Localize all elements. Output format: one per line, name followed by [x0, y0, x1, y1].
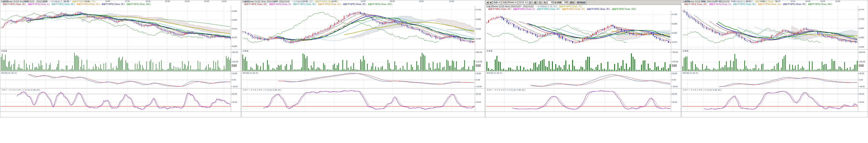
volume-label: 出来高: [682, 50, 689, 53]
macd-label: MACD( 12, 26, 9 ): [487, 72, 502, 74]
chart-toolbar: ◀ ▶ 先物 ▼ 日経225mini ▼ 11/12 ▼ 日 週 月 年 分 本…: [486, 0, 681, 5]
indicator-legend-item: 移動平均PX( Close, 150 ): [612, 8, 636, 10]
price-tick-label: 8,570: [672, 41, 677, 43]
price-tick-label: 8,530: [859, 46, 864, 48]
contract-month-select[interactable]: 11/12 ▼: [518, 1, 527, 4]
price-tick-label: 8,730: [476, 8, 481, 11]
preset-symbol-button[interactable]: 標準銘柄: [576, 1, 586, 4]
volume-tick-label: 300.00: [859, 51, 865, 53]
macd-tick-label: 0.00: [859, 79, 863, 81]
chart-canvas[interactable]: [486, 0, 681, 117]
indicator-legend-item: 移動平均PX( Close, 10 ): [758, 3, 781, 5]
category-select[interactable]: 先物 ▼: [493, 1, 501, 4]
volume-label: 出来高: [243, 50, 249, 53]
volume-tick-label: 750.00: [672, 51, 678, 53]
volume-scale-box[interactable]: C 500: [476, 64, 480, 67]
x-axis-label: 18:40: [146, 0, 150, 2]
chart-panel-60min-2: 日経225mini 11/12( 60分) 2011/11/07 - 2011/…: [681, 0, 868, 117]
stoch-tick-label: 40.00: [859, 101, 864, 103]
x-axis-label: 12:00: [43, 0, 48, 2]
price-tick-label: 8,680: [476, 18, 481, 20]
indicator-legend-item: 移動平均PX( Close, 75 ): [559, 5, 582, 8]
chart-panel-15min: 日経225mini 11/12( 15分) 2011/11/07 - 2011/…: [241, 0, 485, 117]
x-axis-label: 11/15: [222, 0, 226, 2]
stoch-tick-label: 40.00: [476, 101, 481, 103]
x-axis-label: 22:40: [205, 0, 209, 2]
x-axis-label: 11/15: [820, 0, 825, 2]
indicator-legend-item: 移動平均PX( Close, 40 ): [733, 3, 756, 5]
volume-tick-label: 375.00: [672, 61, 678, 63]
price-tick-label: 8,630: [476, 28, 481, 30]
indicator-legend-item: 移動平均PX( Close, 5 ): [28, 3, 50, 5]
volume-tick-label: 125.00: [232, 61, 238, 63]
x-axis-label: 11/10: [731, 0, 735, 2]
x-axis-label: 11/09: [701, 0, 706, 2]
chart-canvas[interactable]: [682, 0, 868, 117]
volume-scale-box[interactable]: C 500: [672, 64, 677, 67]
x-axis-label: 21:20: [185, 0, 190, 2]
period-week-button[interactable]: 週: [533, 1, 537, 4]
chart-title: 日経225mini 11/12( 15分) 2011/11/07 - 2011/…: [242, 0, 289, 3]
indicator-legend-item: 移動平均PX( Close, 20 ): [244, 3, 267, 5]
volume-tick-label: 250.00: [232, 51, 238, 53]
volume-tick-label: 250.00: [476, 51, 482, 53]
price-tick-label: 8,570: [232, 36, 237, 38]
stoch-tick-label: 80.00: [859, 93, 864, 95]
chart-canvas[interactable]: [0, 0, 241, 117]
x-axis-label: 11/14: [790, 0, 795, 2]
price-tick-label: 8,630: [672, 32, 677, 34]
macd-tick-label: 0.00: [672, 79, 676, 81]
stochastics-label: スロー・ストキャスティクス( 14, 3, 80, 20 ): [243, 89, 281, 91]
stochastics-label: スロー・ストキャスティクス( 14, 3, 80, 20 ): [682, 89, 721, 91]
macd-tick-label: 15.50: [232, 73, 237, 75]
macd-label: MACD( 12, 26, 9 ): [243, 72, 258, 74]
macd-tick-label: 15.50: [476, 73, 481, 75]
stochastics-label: スロー・ストキャスティクス( 14, 3, 80, 20 ): [1, 89, 40, 91]
macd-label: MACD( 12, 26, 9 ): [682, 72, 699, 74]
minute-unit-label: 分: [554, 1, 556, 4]
price-tick-label: 8,690: [232, 10, 237, 12]
volume-scale-box[interactable]: C 500: [232, 64, 237, 67]
macd-tick-label: 45.00: [859, 73, 864, 75]
macd-tick-label: -15.50: [232, 85, 238, 88]
price-tick-label: 8,650: [859, 27, 864, 29]
apply-button[interactable]: 適用: [568, 1, 575, 4]
chevron-down-icon: ▼: [498, 2, 500, 3]
indicator-legend-item: 移動平均PX( Close, 150 ): [808, 3, 832, 5]
price-tick-label: 8,770: [859, 8, 864, 11]
period-year-button[interactable]: 年: [543, 1, 547, 4]
indicator-legend-item: 移動平均PX( Close, 75 ): [755, 0, 778, 3]
prev-symbol-button[interactable]: ◀: [486, 1, 489, 4]
period-day-button[interactable]: 日: [528, 1, 532, 4]
indicator-legend-item: 一目均衡表( 9, 26, 52 ): [535, 5, 557, 8]
x-axis-label: 12:00: [273, 0, 278, 2]
next-symbol-button[interactable]: ▶: [489, 1, 492, 4]
volume-scale-box[interactable]: C 500: [859, 64, 864, 67]
stoch-tick-label: 40.00: [672, 101, 677, 103]
indicator-legend-item: 移動平均PX( Close, 25 ): [102, 3, 125, 5]
chart-panel-5min: 日経225mini 11/12( 5分) 2011/11/11 - 2011/1…: [0, 0, 241, 117]
x-axis-label: 11/11: [761, 0, 765, 2]
period-month-button[interactable]: 月: [538, 1, 542, 4]
category-value: 先物: [493, 1, 498, 4]
x-axis-label: 20:00: [302, 0, 307, 2]
symbol-value: 日経225mini: [502, 1, 514, 4]
ma-legend-line: 移動平均PX( Close, 20 )移動平均PX( Close, 5 )移動平…: [1, 3, 240, 6]
x-axis-label: 11/15: [419, 0, 424, 2]
indicator-legend-line1: 一目均衡表( 9, 26, 52 )移動平均PX( Close, 75 ): [533, 5, 582, 8]
volume-label: 出来高: [1, 50, 7, 53]
macd-tick-label: 0.00: [476, 79, 480, 81]
chart-canvas[interactable]: [242, 0, 485, 117]
price-tick-label: 8,610: [232, 28, 237, 30]
x-axis-label: 12:00: [361, 0, 366, 2]
price-tick-label: 8,750: [672, 13, 677, 16]
x-axis-label: 10:40: [24, 0, 28, 2]
indicator-legend-item: 移動平均PX( Close, 150 ): [127, 3, 151, 5]
indicator-legend-item: 移動平均PX( Close, 5 ): [513, 8, 535, 10]
bar-count-input[interactable]: [562, 1, 568, 4]
macd-tick-label: -45.00: [859, 85, 865, 88]
bar-count-label: 本数: [557, 1, 561, 4]
minute-input[interactable]: [548, 1, 554, 4]
macd-label: MACD( 12, 26, 9 ): [1, 72, 17, 74]
symbol-select[interactable]: 日経225mini ▼: [502, 1, 518, 4]
